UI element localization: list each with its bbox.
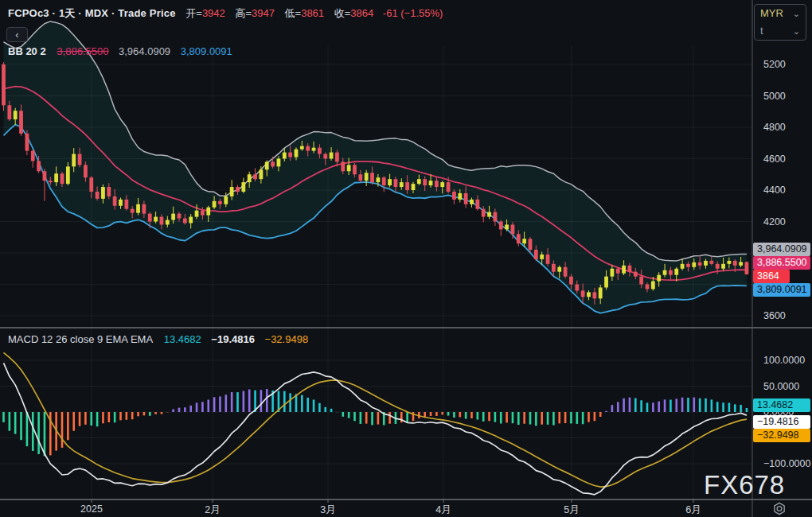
price-axis-label: 3600 (763, 309, 786, 322)
macd-hist-value: 13.4682 (164, 333, 201, 345)
bb-upper-value: 3,964.0909 (119, 45, 170, 57)
macd-axis-label: −100.0000 (763, 457, 810, 470)
time-axis[interactable]: 20252月3月4月5月6月 (0, 500, 752, 517)
price-axis-label: 4200 (763, 216, 786, 228)
change-value: -61 (−1.55%) (383, 7, 443, 19)
price-tag: 3,886.5500 (753, 256, 810, 270)
chart-canvas[interactable] (0, 0, 812, 517)
price-tag: 3,809.0091 (753, 283, 810, 297)
bb-title: BB 20 2 (8, 45, 46, 57)
price-axis-label: 5200 (763, 58, 786, 71)
close-label: 收= (334, 7, 351, 19)
macd-legend[interactable]: MACD 12 26 close 9 EMA EMA 13.4682 −19.4… (8, 333, 315, 345)
time-axis-label: 6月 (670, 503, 717, 517)
open-value: 3942 (202, 7, 225, 19)
price-tag: 3864 (753, 270, 790, 283)
fx678-watermark: FX678 (704, 470, 785, 500)
price-axis[interactable]: 520050004800460044004200400038003600100.… (753, 0, 812, 517)
back-button[interactable]: ‹ (6, 27, 28, 42)
bb-lower-value: 3,809.0091 (181, 45, 232, 57)
hexagon-nut-icon (771, 501, 787, 516)
symbol-title: FCPOc3 · 1天 · MDX · Trade Price (8, 7, 176, 19)
bollinger-legend[interactable]: BB 20 2 3,886.5500 3,964.0909 3,809.0091 (8, 45, 240, 57)
macd-axis-label: 100.0000 (763, 354, 805, 367)
macd-tag: 13.4682 (753, 398, 810, 412)
macd-axis-label: 50.0000 (763, 380, 799, 393)
time-axis-label: 3月 (304, 503, 352, 517)
low-label: 低= (285, 7, 302, 19)
symbol-header: FCPOc3 · 1天 · MDX · Trade Price 开=3942 高… (8, 6, 443, 21)
bb-basis-value: 3,886.5500 (57, 45, 108, 57)
price-axis-label: 4400 (763, 184, 786, 196)
price-axis-label: 5000 (763, 90, 786, 103)
price-axis-label: 4800 (763, 121, 786, 134)
chevron-left-icon: ‹ (15, 29, 18, 41)
open-label: 开= (185, 7, 202, 19)
macd-tag: −19.4816 (753, 415, 810, 429)
time-axis-label: 2025 (68, 503, 115, 515)
macd-tag: −32.9498 (753, 429, 810, 442)
time-axis-label: 4月 (420, 503, 467, 517)
time-axis-label: 5月 (548, 503, 595, 517)
price-axis-label: 4600 (763, 153, 786, 165)
macd-signal-value: −32.9498 (265, 333, 309, 345)
low-value: 3861 (301, 7, 324, 19)
chart-window: FCPOc3 · 1天 · MDX · Trade Price 开=3942 高… (0, 0, 812, 517)
price-tag: 3,964.0909 (753, 243, 810, 256)
time-axis-label: 2月 (189, 503, 236, 517)
high-value: 3947 (252, 7, 275, 19)
macd-title: MACD 12 26 close 9 EMA EMA (8, 333, 153, 345)
high-label: 高= (235, 7, 252, 19)
close-value: 3864 (350, 7, 373, 19)
macd-line-value: −19.4816 (211, 333, 255, 345)
unit-settings-button[interactable] (770, 501, 789, 516)
